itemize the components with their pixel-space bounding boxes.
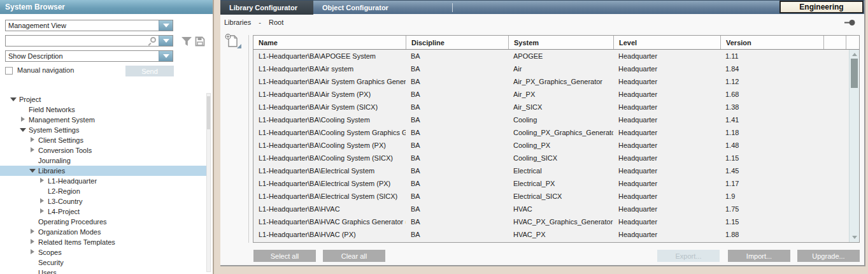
cell-version: 1.84 [720,62,823,75]
table-row[interactable]: L1-Headquarter\BA\Air System (SICX)BAAir… [253,101,849,113]
table-row[interactable]: L1-Headquarter\BA\Cooling System (SICX)B… [253,152,849,164]
cell-system: Cooling [508,113,613,126]
table-row[interactable]: L1-Headquarter\BA\Electrical System (SIC… [253,190,849,203]
send-button[interactable]: Send [125,66,174,76]
tree-item-users[interactable]: Users [0,268,208,274]
tab-library-configurator[interactable]: Library Configurator [220,1,313,15]
expand-arrow-icon[interactable] [20,116,27,122]
tree-item-field-networks[interactable]: Field Networks [0,105,208,115]
tree-scrollbar[interactable] [206,93,211,272]
display-mode-dropdown[interactable]: Show Description [5,50,173,62]
chevron-down-icon[interactable] [159,20,173,31]
pin-icon[interactable] [844,19,855,26]
export-button[interactable]: Export... [657,250,720,262]
column-header-version[interactable]: Version [720,36,823,49]
table-row[interactable]: L1-Headquarter\BA\Air System (PX)BAAir_P… [253,88,849,101]
tree-item-client-settings[interactable]: Client Settings [0,135,208,145]
tree-item-organization-modes[interactable]: Organization Modes [0,227,208,237]
table-row[interactable]: L1-Headquarter\BA\Cooling SystemBACoolin… [253,113,849,126]
cell-system: Electrical_SICX [508,190,613,203]
tree-item-l4-project[interactable]: L4-Project [0,206,208,217]
cell-name: L1-Headquarter\BA\HVAC (PX) [253,228,406,241]
scroll-up-icon[interactable] [852,53,857,56]
view-selector-dropdown[interactable]: Management View [5,20,173,31]
chevron-down-icon[interactable] [159,51,173,61]
column-header-level[interactable]: Level [613,36,720,49]
expand-arrow-icon[interactable] [29,147,36,153]
table-row[interactable]: L1-Headquarter\BA\HVAC (PX)BAHVAC_PXHead… [253,228,849,241]
tree-item-management-system[interactable]: Management System [0,115,208,125]
breadcrumb: Libraries - Root [224,18,283,26]
tree-item-label: Journaling [38,157,71,164]
collapse-arrow-icon[interactable] [10,96,17,102]
table-row[interactable]: L1-Headquarter\BA\Electrical System (PX)… [253,177,849,190]
table-row[interactable]: L1-Headquarter\BA\Air System Graphics Ge… [253,75,849,88]
cell-system: Air [508,62,613,75]
column-header-system[interactable]: System [508,36,613,49]
tree-item-label: Management System [29,116,95,124]
tree-item-l2-region[interactable]: L2-Region [0,186,208,196]
tree-item-l1-headquarter[interactable]: L1-Headquarter [0,176,208,186]
tree-item-label: L1-Headquarter [48,177,97,185]
table-row[interactable]: L1-Headquarter\BA\Cooling System (PX)BAC… [253,139,849,152]
search-dropdown-button[interactable] [159,36,173,46]
column-header-empty [846,36,859,49]
cell-discipline: BA [406,126,508,139]
cell-version: 1.11 [720,50,823,62]
expand-arrow-icon[interactable] [39,208,46,214]
cell-discipline: BA [406,152,508,164]
clear-all-button[interactable]: Clear all [323,250,385,262]
table-row[interactable]: L1-Headquarter\BA\Air systemBAAirHeadqua… [253,62,849,75]
cell-name: L1-Headquarter\BA\Cooling System [253,113,406,126]
collapse-arrow-icon[interactable] [20,126,27,133]
tree-item-system-settings[interactable]: System Settings [0,125,208,135]
expand-arrow-icon[interactable] [29,249,36,255]
search-box[interactable] [5,35,173,47]
save-filter-icon[interactable] [195,36,205,47]
table-row[interactable]: L1-Headquarter\BA\Electrical SystemBAEle… [253,164,849,177]
tree-scrollbar-thumb[interactable] [207,96,210,129]
table-body: L1-Headquarter\BA\APOGEE SystemBAAPOGEEH… [253,50,849,242]
table-row[interactable]: L1-Headquarter\BA\HVACBAHVACHeadquarter1… [253,203,849,215]
import-button[interactable]: Import... [728,250,790,262]
cell-name: L1-Headquarter\BA\Air System Graphics Ge… [253,75,406,88]
expand-arrow-icon[interactable] [29,238,36,245]
cell-system: Cooling_PX_Graphics_Generator [508,126,613,139]
tree-item-journaling[interactable]: Journaling [0,155,208,166]
expand-arrow-icon[interactable] [39,177,46,184]
expand-arrow-icon[interactable] [39,198,46,204]
expand-arrow-icon[interactable] [29,228,36,234]
tab-object-configurator[interactable]: Object Configurator [313,1,397,15]
tree-item-related-items-templates[interactable]: Related Items Templates [0,237,208,247]
column-header-name[interactable]: Name [253,36,406,49]
breadcrumb-root[interactable]: Root [269,18,283,26]
tree-item-project[interactable]: Project [0,94,208,105]
breadcrumb-libraries[interactable]: Libraries [224,18,251,26]
add-library-button[interactable] [224,34,241,49]
tree-item-libraries[interactable]: Libraries [0,166,208,176]
tree-item-conversion-tools[interactable]: Conversion Tools [0,145,208,155]
expand-arrow-icon[interactable] [29,136,36,143]
tree-item-operating-procedures[interactable]: Operating Procedures [0,217,208,227]
column-header-discipline[interactable]: Discipline [406,36,508,49]
scroll-down-icon[interactable] [852,236,857,239]
table-row[interactable]: L1-Headquarter\BA\HVAC Graphics Generato… [253,215,849,228]
down-triangle-icon [163,39,169,43]
table-scrollbar[interactable] [849,50,859,242]
collapse-arrow-icon[interactable] [29,167,36,173]
search-input[interactable] [7,36,141,45]
tree-item-security[interactable]: Security [0,257,208,268]
table-scrollbar-thumb[interactable] [851,59,858,88]
tree-item-l3-country[interactable]: L3-Country [0,196,208,206]
cell-level: Headquarter [613,139,720,152]
engineering-mode-button[interactable]: Engineering [779,1,864,13]
filter-icon[interactable] [181,36,192,47]
cell-version: 1.15 [720,152,823,164]
cell-discipline: BA [406,164,508,177]
select-all-button[interactable]: Select all [253,250,316,262]
upgrade-button[interactable]: Upgrade... [797,250,860,262]
manual-navigation-checkbox[interactable] [5,67,13,75]
tree-item-scopes[interactable]: Scopes [0,247,208,257]
table-row[interactable]: L1-Headquarter\BA\Cooling System Graphic… [253,126,849,139]
table-row[interactable]: L1-Headquarter\BA\APOGEE SystemBAAPOGEEH… [253,50,849,62]
